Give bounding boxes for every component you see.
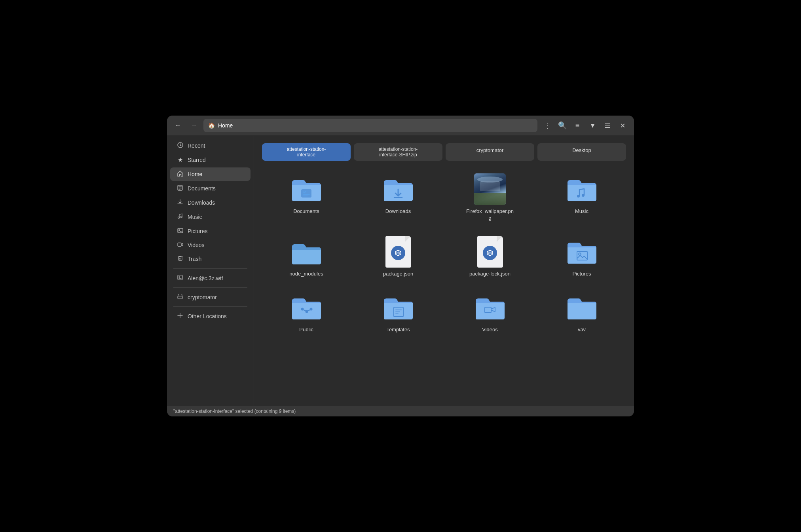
top-item-attestation-ship[interactable]: attestation-station- interface-SHIP.zip: [354, 143, 442, 161]
public-folder-icon: [290, 292, 322, 323]
sidebar-item-pictures[interactable]: Pictures: [170, 224, 251, 238]
music-label: Music: [575, 208, 588, 215]
top-item-desktop[interactable]: Desktop: [537, 143, 626, 161]
videos-label: Videos: [482, 327, 498, 333]
search-button[interactable]: 🔍: [556, 119, 569, 132]
downloads-folder-icon: [382, 173, 414, 205]
file-item-templates[interactable]: Templates: [354, 285, 442, 338]
body: Recent ★ Starred Home Documents: [167, 135, 634, 406]
recent-icon: [177, 142, 184, 149]
file-item-public[interactable]: Public: [262, 285, 351, 338]
menu-dots-button[interactable]: ⋮: [541, 119, 554, 132]
svg-rect-7: [178, 257, 182, 260]
pictures-icon: [177, 228, 184, 234]
firefox-wallpaper-label: Firefox_wallpaper.png: [466, 208, 514, 222]
sidebar-item-label: Pictures: [188, 228, 208, 234]
file-item-downloads[interactable]: Downloads: [354, 167, 442, 226]
file-item-firefox-wallpaper[interactable]: Firefox_wallpaper.png: [446, 167, 534, 226]
sidebar-item-label: Other Locations: [188, 313, 227, 319]
sidebar-item-label: Recent: [188, 142, 205, 149]
file-grid: Documents Downloads: [262, 167, 626, 338]
file-item-music[interactable]: Music: [537, 167, 626, 226]
svg-point-3: [181, 216, 182, 218]
svg-point-10: [577, 195, 580, 198]
downloads-icon: [177, 199, 184, 206]
sidebar-item-home[interactable]: Home: [170, 167, 251, 181]
sidebar-item-label: Trash: [188, 256, 201, 262]
package-json-label: package.json: [383, 271, 414, 277]
svg-rect-8: [178, 275, 182, 280]
account-icon: [177, 275, 184, 281]
sidebar-item-cryptomator[interactable]: cryptomator: [170, 291, 251, 304]
file-item-node-modules[interactable]: node_modules: [262, 230, 351, 282]
vav-label: vav: [578, 327, 586, 333]
main-content: attestation-station- interface attestati…: [254, 135, 634, 406]
sidebar-item-label: Music: [188, 214, 202, 220]
package-json-icon: [382, 236, 414, 268]
sidebar-item-downloads[interactable]: Downloads: [170, 196, 251, 209]
templates-label: Templates: [386, 327, 410, 333]
home-icon: 🏠: [208, 122, 215, 129]
top-row: attestation-station- interface attestati…: [262, 143, 626, 161]
divider-3: [173, 306, 247, 307]
cryptomator-icon: [177, 294, 184, 300]
top-item-cryptomator[interactable]: cryptomator: [446, 143, 534, 161]
sidebar-item-trash[interactable]: Trash: [170, 252, 251, 266]
close-button[interactable]: ✕: [616, 119, 629, 132]
file-manager-window: ← → 🏠 Home ⋮ 🔍 ≡ ▾ ☰ ✕ Recent ★: [167, 116, 634, 416]
public-label: Public: [299, 327, 313, 333]
videos-folder-icon: [474, 292, 506, 323]
documents-icon: [177, 185, 184, 192]
home-sidebar-icon: [177, 171, 184, 178]
top-item-attestation-interface[interactable]: attestation-station- interface: [262, 143, 351, 161]
sidebar-item-starred[interactable]: ★ Starred: [170, 153, 251, 167]
svg-point-2: [178, 217, 180, 218]
status-text: "attestation-station-interface" selected…: [173, 408, 296, 414]
file-item-videos[interactable]: Videos: [446, 285, 534, 338]
star-icon: ★: [177, 156, 184, 163]
node-modules-folder-icon: [290, 236, 322, 268]
list-view-button[interactable]: ≡: [571, 119, 584, 132]
view-chevron-button[interactable]: ▾: [586, 119, 599, 132]
sidebar-item-music[interactable]: Music: [170, 210, 251, 224]
package-lock-json-icon: [474, 236, 506, 268]
sidebar-item-label: Starred: [188, 157, 206, 163]
music-icon: [177, 213, 184, 220]
sidebar-item-documents[interactable]: Documents: [170, 182, 251, 195]
view-menu-button[interactable]: ☰: [601, 119, 614, 132]
file-item-documents[interactable]: Documents: [262, 167, 351, 226]
back-button[interactable]: ←: [172, 119, 184, 132]
sidebar-item-label: Alen@c.3z.wtf: [188, 275, 223, 281]
status-bar: "attestation-station-interface" selected…: [167, 406, 634, 416]
sidebar-item-videos[interactable]: Videos: [170, 238, 251, 251]
location-text: Home: [218, 122, 233, 129]
sidebar-item-label: Downloads: [188, 200, 215, 206]
sidebar-item-label: Documents: [188, 185, 216, 192]
other-locations-icon: [177, 313, 184, 319]
forward-button[interactable]: →: [188, 119, 200, 132]
file-item-vav[interactable]: vav: [537, 285, 626, 338]
music-folder-icon: [566, 173, 598, 205]
svg-rect-4: [178, 228, 183, 233]
sidebar-item-label: cryptomator: [188, 294, 217, 300]
sidebar-item-other-locations[interactable]: Other Locations: [170, 310, 251, 323]
node-modules-label: node_modules: [289, 271, 323, 277]
header: ← → 🏠 Home ⋮ 🔍 ≡ ▾ ☰ ✕: [167, 116, 634, 135]
header-actions: ⋮ 🔍 ≡ ▾ ☰ ✕: [541, 119, 629, 132]
svg-point-11: [582, 194, 585, 197]
file-item-package-json[interactable]: package.json: [354, 230, 442, 282]
pictures-folder-icon: [566, 236, 598, 268]
firefox-wallpaper-icon: [474, 173, 506, 205]
sidebar-item-account[interactable]: Alen@c.3z.wtf: [170, 272, 251, 285]
sidebar-item-label: Videos: [188, 242, 205, 248]
divider-2: [173, 287, 247, 288]
vav-folder-icon: [566, 292, 598, 323]
divider-1: [173, 268, 247, 269]
file-item-package-lock-json[interactable]: package-lock.json: [446, 230, 534, 282]
sidebar-item-recent[interactable]: Recent: [170, 139, 251, 152]
documents-folder-icon: [290, 173, 322, 205]
templates-folder-icon: [382, 292, 414, 323]
file-item-pictures[interactable]: Pictures: [537, 230, 626, 282]
sidebar-item-label: Home: [188, 171, 202, 177]
documents-label: Documents: [293, 208, 319, 215]
